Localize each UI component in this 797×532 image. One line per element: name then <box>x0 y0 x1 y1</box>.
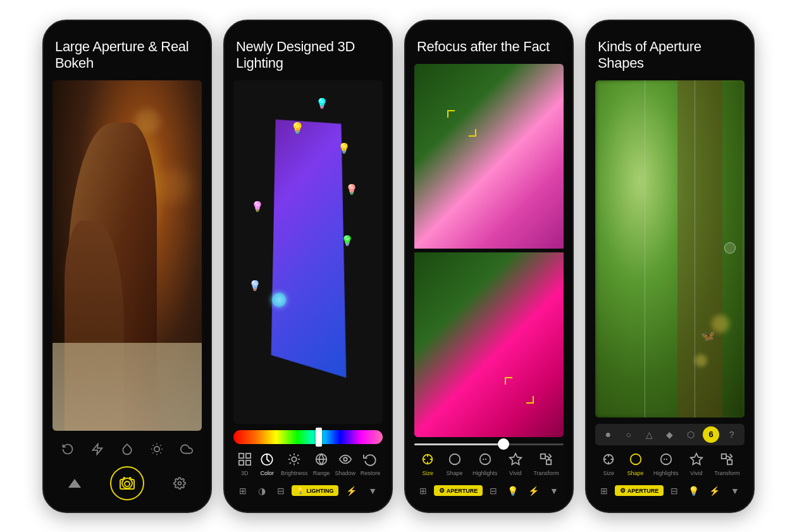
phone3-compare-icon[interactable]: ⊟ <box>486 484 501 498</box>
phone4-share-icon[interactable]: ⚡ <box>705 484 724 498</box>
phone4-light-icon[interactable]: 💡 <box>684 484 703 498</box>
bottom-share-icon[interactable]: ⚡ <box>342 484 361 498</box>
svg-line-5 <box>160 452 161 453</box>
tool-highlights-label: Highlights <box>473 470 498 476</box>
bottom-compare-icon[interactable]: ⊟ <box>273 484 288 498</box>
tool-vivid-label: Vivid <box>509 470 521 476</box>
phone-3: Refocus after the Fact <box>404 20 574 513</box>
shape-diamond[interactable]: ◆ <box>662 426 678 443</box>
capture-button[interactable] <box>110 466 144 500</box>
main-container: Large Aperture & Real Bokeh <box>30 7 767 526</box>
phone4-main-photo: 🦋 <box>595 80 744 417</box>
phone-4: Kinds of Aperture Shapes 🦋 <box>585 20 755 513</box>
tool-transform[interactable]: Transform <box>533 450 559 476</box>
tool-vivid[interactable]: Vivid <box>507 450 524 476</box>
phone2-scene: 💡 💡 💡 💡 💡 💡 💡 <box>233 80 383 423</box>
phone4-compare-icon[interactable]: ⊟ <box>667 484 682 498</box>
phone4-aperture-label: APERTURE <box>627 488 659 494</box>
tool-range[interactable]: Range <box>312 450 330 476</box>
bottom-menu-icon[interactable]: ▼ <box>364 484 381 498</box>
flash-icon[interactable] <box>88 440 107 459</box>
tool-shadow[interactable]: Shadow <box>335 450 356 476</box>
brightness-icon[interactable] <box>147 440 166 459</box>
settings-icon[interactable] <box>171 474 188 492</box>
phone4-tool-transform[interactable]: Transform <box>714 450 740 476</box>
svg-rect-43 <box>727 459 732 464</box>
svg-rect-42 <box>722 454 726 458</box>
phone4-transform-label: Transform <box>714 470 740 476</box>
shape-circle-filled[interactable]: ● <box>600 426 616 443</box>
phone4-title: Kinds of Aperture Shapes <box>595 39 744 72</box>
svg-marker-10 <box>68 479 81 488</box>
phone4-aperture-button[interactable]: ⚙ APERTURE <box>615 485 664 496</box>
phone4-size-icon <box>600 450 617 468</box>
svg-point-1 <box>154 446 159 451</box>
phone4-highlights-label: Highlights <box>653 470 679 476</box>
phone1-title: Large Aperture & Real Bokeh <box>53 39 202 72</box>
phone1-controls <box>53 438 202 500</box>
tool-color-label: Color <box>261 470 275 476</box>
phone4-tool-shape[interactable]: Shape <box>627 450 645 476</box>
phone3-grid-icon[interactable]: ⊞ <box>416 484 431 498</box>
bottom-grid-icon[interactable]: ⊞ <box>235 484 250 498</box>
phone4-bottom-bar: ⊞ ⚙ APERTURE ⊟ 💡 ⚡ ▼ <box>595 481 744 500</box>
slider-track[interactable] <box>414 443 564 445</box>
bottom-layers-icon[interactable]: ◑ <box>254 484 269 498</box>
phone1-main-photo <box>53 80 202 430</box>
tool-color[interactable]: Color <box>258 450 276 476</box>
phone4-aperture-tools: Size Shape Highlights <box>595 450 744 476</box>
color-gradient-bar[interactable] <box>233 430 383 444</box>
phone3-split-photos <box>414 64 564 437</box>
svg-marker-41 <box>691 453 702 464</box>
phone4-shape-selector: ● ○ △ ◆ ⬡ 6 ? <box>595 424 744 445</box>
3d-icon <box>236 450 254 468</box>
cloud-icon[interactable] <box>177 440 196 459</box>
phone1-camera-row <box>53 466 202 500</box>
shape-triangle[interactable]: △ <box>641 426 657 443</box>
tool-brightness-label: Brightness <box>281 470 308 476</box>
tool-size[interactable]: Size <box>419 450 436 476</box>
lighting-button[interactable]: 💡 LIGHTING <box>292 485 338 496</box>
phone3-aperture-button[interactable]: ⚙ APERTURE <box>434 485 483 496</box>
tool-restore[interactable]: Restore <box>361 450 381 476</box>
tool-highlights[interactable]: Highlights <box>473 450 498 476</box>
triangle-icon[interactable] <box>66 474 83 492</box>
phone2-tools: 3D Color Brightness <box>233 450 383 476</box>
svg-marker-34 <box>510 453 521 464</box>
size-icon <box>419 450 436 468</box>
rotate-icon[interactable] <box>58 440 77 459</box>
water-icon[interactable] <box>118 440 137 459</box>
svg-rect-35 <box>541 454 545 458</box>
tool-shape[interactable]: Shape <box>446 450 464 476</box>
phone4-shape-label: Shape <box>627 470 644 476</box>
shadow-icon <box>337 450 354 468</box>
phone3-share-icon[interactable]: ⚡ <box>524 484 543 498</box>
svg-point-38 <box>630 454 641 464</box>
phone4-tool-highlights[interactable]: Highlights <box>653 450 679 476</box>
svg-point-18 <box>292 457 297 461</box>
tool-brightness[interactable]: Brightness <box>281 450 308 476</box>
tool-3d[interactable]: 3D <box>236 450 254 476</box>
tool-restore-label: Restore <box>361 470 381 476</box>
restore-icon <box>361 450 379 468</box>
phone4-menu-icon[interactable]: ▼ <box>727 484 743 498</box>
brightness-tool-icon <box>285 450 303 468</box>
shape-hexagon[interactable]: ⬡ <box>683 426 699 443</box>
shape-circle-outline[interactable]: ○ <box>621 426 637 443</box>
svg-rect-16 <box>246 460 250 464</box>
phone2-title: Newly Designed 3D Lighting <box>233 39 383 72</box>
phone3-title: Refocus after the Fact <box>414 39 564 55</box>
phone4-grid-icon[interactable]: ⊞ <box>596 484 612 498</box>
shape-icon <box>446 450 464 468</box>
shape-question[interactable]: ? <box>724 426 740 443</box>
phone3-light-icon[interactable]: 💡 <box>504 484 522 498</box>
color-icon <box>258 450 276 468</box>
phone4-tool-size[interactable]: Size <box>600 450 617 476</box>
tool-shape-label: Shape <box>447 470 463 476</box>
phone4-tool-vivid[interactable]: Vivid <box>688 450 705 476</box>
phone3-bottom-bar: ⊞ ⚙ APERTURE ⊟ 💡 ⚡ ▼ <box>414 481 564 500</box>
vivid-icon <box>507 450 524 468</box>
tool-3d-label: 3D <box>241 470 249 476</box>
shape-6-active[interactable]: 6 <box>703 426 719 443</box>
phone3-menu-icon[interactable]: ▼ <box>546 484 562 498</box>
